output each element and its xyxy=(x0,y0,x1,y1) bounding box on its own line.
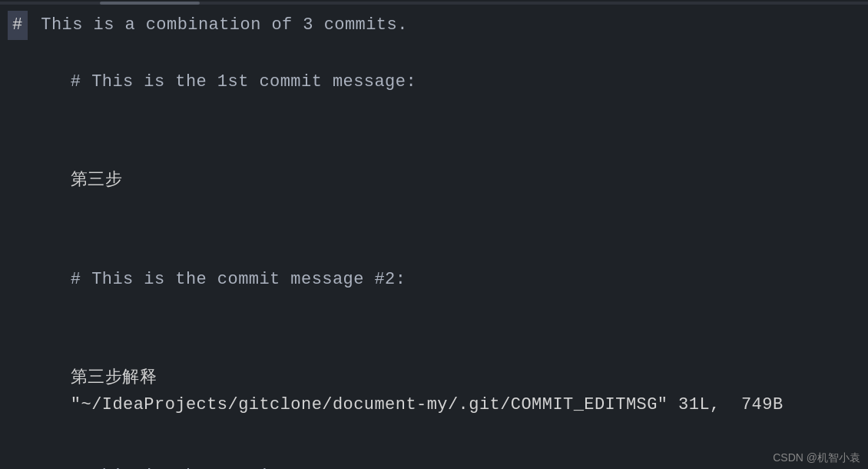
hash-highlight: # xyxy=(8,11,28,40)
line-1: # This is a combination of 3 commits. xyxy=(8,9,868,42)
line-1-text: This is a combination of 3 commits. xyxy=(31,12,408,38)
empty-line-3 xyxy=(8,321,868,338)
line-3-text: # This is the commit message #2: xyxy=(71,270,406,289)
empty-line-1 xyxy=(8,123,868,140)
empty-line-2 xyxy=(8,222,868,239)
status-line: "~/IdeaProjects/gitclone/document-my/.gi… xyxy=(8,364,784,446)
line-2-text: # This is the 1st commit message: xyxy=(71,72,416,91)
line-chinese-1: 第三步 xyxy=(8,140,868,221)
watermark: CSDN @机智小袁 xyxy=(773,451,860,465)
scrollbar-track[interactable] xyxy=(0,0,868,6)
editor-container: # This is a combination of 3 commits. # … xyxy=(0,0,868,469)
content-area: # This is a combination of 3 commits. # … xyxy=(0,0,868,469)
status-line-text: "~/IdeaProjects/gitclone/document-my/.gi… xyxy=(71,395,784,414)
scrollbar-thumb[interactable] xyxy=(100,2,200,5)
line-2: # This is the 1st commit message: xyxy=(8,42,868,123)
chinese-text-1: 第三步 xyxy=(71,171,122,190)
line-3: # This is the commit message #2: xyxy=(8,239,868,321)
